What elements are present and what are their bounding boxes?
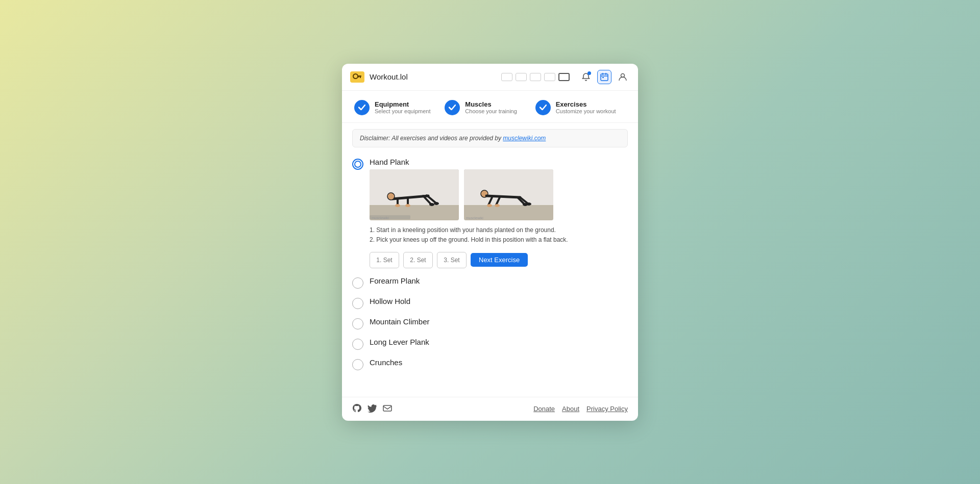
exercise-images-hand-plank: musclewiki <box>370 169 628 220</box>
exercise-radio-forearm-plank[interactable] <box>352 277 363 289</box>
svg-point-0 <box>353 74 358 79</box>
sets-row: Next Exercise <box>370 252 628 268</box>
notification-dot <box>587 71 591 75</box>
steps-bar: Equipment Select your equipment Muscles … <box>342 91 638 123</box>
exercise-name-hollow-hold: Hollow Hold <box>370 297 628 305</box>
exercise-expanded-hand-plank: musclewiki <box>370 169 628 268</box>
email-icon[interactable] <box>383 403 392 415</box>
svg-rect-8 <box>602 77 604 78</box>
exercise-radio-crunches[interactable] <box>352 359 363 370</box>
exercise-list: Hand Plank <box>342 154 638 397</box>
step-text-equipment: Equipment Select your equipment <box>375 100 430 114</box>
window-btn-3[interactable] <box>530 73 541 81</box>
disclaimer-banner: Disclaimer: All exercises and videos are… <box>352 129 628 147</box>
svg-rect-39 <box>383 405 391 411</box>
exercise-radio-mountain-climber[interactable] <box>352 318 363 329</box>
exercise-content-crunches: Crunches <box>370 358 628 370</box>
exercise-content-hollow-hold: Hollow Hold <box>370 297 628 309</box>
exercise-instructions: 1. Start in a kneeling position with you… <box>370 225 628 245</box>
step-muscles[interactable]: Muscles Choose your training <box>445 100 535 115</box>
exercise-name-hand-plank: Hand Plank <box>370 158 628 166</box>
set-input-1[interactable] <box>370 252 399 268</box>
set-input-2[interactable] <box>403 252 433 268</box>
next-exercise-button[interactable]: Next Exercise <box>471 253 528 267</box>
musclewiki-link[interactable]: musclewiki.com <box>503 135 546 142</box>
exercise-hand-plank: Hand Plank <box>352 154 628 272</box>
nav-icons <box>579 70 630 84</box>
svg-point-36 <box>487 204 492 207</box>
svg-rect-12 <box>370 169 459 205</box>
step-check-muscles <box>445 100 460 115</box>
app-logo <box>350 71 364 83</box>
exercise-content-long-lever-plank: Long Lever Plank <box>370 338 628 349</box>
exercise-radio-hollow-hold[interactable] <box>352 298 363 309</box>
svg-rect-4 <box>601 74 608 81</box>
twitter-icon[interactable] <box>368 403 377 415</box>
exercise-hollow-hold: Hollow Hold <box>352 293 628 313</box>
step-check-equipment <box>354 100 370 115</box>
step-text-exercises: Exercises Customize your workout <box>556 100 616 114</box>
svg-rect-27 <box>464 169 553 205</box>
notification-icon[interactable] <box>579 70 593 84</box>
window-btn-5[interactable] <box>558 73 570 81</box>
title-bar: Workout.lol <box>342 64 638 91</box>
exercise-radio-hand-plank[interactable] <box>352 159 363 170</box>
step-equipment[interactable]: Equipment Select your equipment <box>354 100 445 115</box>
step-exercises[interactable]: Exercises Customize your workout <box>535 100 626 115</box>
svg-point-14 <box>387 193 395 200</box>
donate-link[interactable]: Donate <box>533 405 555 413</box>
svg-point-20 <box>434 202 439 205</box>
privacy-policy-link[interactable]: Privacy Policy <box>586 405 628 413</box>
exercise-radio-long-lever-plank[interactable] <box>352 339 363 350</box>
window-btn-2[interactable] <box>516 73 527 81</box>
exercise-img-2: musclewiki <box>464 169 553 220</box>
exercise-mountain-climber: Mountain Climber <box>352 313 628 334</box>
footer-links: Donate About Privacy Policy <box>533 405 628 413</box>
svg-text:musclewiki: musclewiki <box>372 216 389 220</box>
svg-point-19 <box>429 203 434 206</box>
footer-icons <box>352 403 526 415</box>
exercise-name-forearm-plank: Forearm Plank <box>370 276 628 285</box>
set-input-3[interactable] <box>437 252 467 268</box>
svg-point-22 <box>405 204 410 207</box>
exercise-content-forearm-plank: Forearm Plank <box>370 276 628 288</box>
calendar-icon[interactable] <box>597 70 611 84</box>
window-controls <box>501 73 570 81</box>
profile-icon[interactable] <box>616 70 630 84</box>
exercise-content-hand-plank: Hand Plank <box>370 158 628 268</box>
footer: Donate About Privacy Policy <box>342 397 638 421</box>
exercise-name-mountain-climber: Mountain Climber <box>370 317 628 326</box>
svg-point-21 <box>395 204 400 207</box>
svg-text:musclewiki: musclewiki <box>466 216 483 220</box>
exercise-name-crunches: Crunches <box>370 358 628 367</box>
exercise-content-mountain-climber: Mountain Climber <box>370 317 628 329</box>
exercise-img-1: musclewiki <box>370 169 459 220</box>
step-text-muscles: Muscles Choose your training <box>465 100 517 114</box>
exercise-crunches: Crunches <box>352 354 628 374</box>
exercise-long-lever-plank: Long Lever Plank <box>352 334 628 354</box>
svg-point-37 <box>495 204 500 207</box>
window-btn-4[interactable] <box>544 73 555 81</box>
svg-point-35 <box>526 202 531 206</box>
about-link[interactable]: About <box>562 405 579 413</box>
svg-rect-2 <box>360 77 361 78</box>
exercise-name-long-lever-plank: Long Lever Plank <box>370 338 628 346</box>
github-icon[interactable] <box>352 403 361 415</box>
window-btn-1[interactable] <box>501 73 512 81</box>
svg-rect-3 <box>358 77 359 78</box>
step-check-exercises <box>535 100 551 115</box>
app-title: Workout.lol <box>370 72 496 81</box>
exercise-forearm-plank: Forearm Plank <box>352 272 628 293</box>
